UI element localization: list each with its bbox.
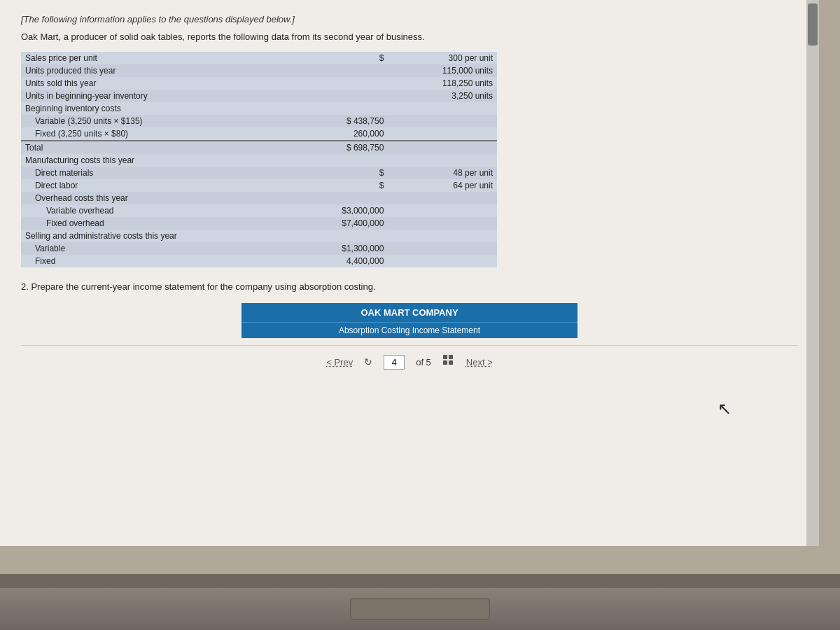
- company-name-header: OAK MART COMPANY: [241, 303, 578, 322]
- row-label-total: Total: [21, 141, 279, 154]
- row-value: $7,400,000: [279, 217, 388, 230]
- row-value: [279, 192, 388, 204]
- row-value2: 48 per unit: [388, 167, 497, 179]
- data-table: Sales price per unit $ 300 per unit Unit…: [21, 52, 497, 267]
- row-label: Units in beginning-year inventory: [21, 90, 279, 102]
- prepare-question: 2. Prepare the current-year income state…: [21, 281, 798, 292]
- row-value: $: [279, 167, 388, 179]
- next-label: Next >: [466, 357, 493, 368]
- laptop-hinge: [0, 574, 840, 588]
- row-value: 4,400,000: [279, 255, 388, 267]
- row-value2: [388, 255, 497, 267]
- row-value2: 300 per unit: [388, 52, 497, 64]
- row-value2: 118,250 units: [388, 77, 497, 90]
- row-label: Direct materials: [21, 167, 279, 179]
- statement-title-header: Absorption Costing Income Statement: [241, 322, 578, 338]
- table-row: Manufacturing costs this year: [21, 154, 497, 167]
- prev-button[interactable]: < Prev: [326, 357, 353, 368]
- income-statement-container: OAK MART COMPANY Absorption Costing Inco…: [241, 303, 578, 338]
- table-row: Sales price per unit $ 300 per unit: [21, 52, 497, 64]
- row-label: Overhead costs this year: [21, 192, 279, 204]
- table-row: Units sold this year 118,250 units: [21, 77, 497, 90]
- row-value: [279, 77, 388, 90]
- refresh-icon[interactable]: ↻: [364, 356, 372, 368]
- row-value2: [388, 230, 497, 242]
- table-row: Variable $1,300,000: [21, 242, 497, 255]
- row-value2: 64 per unit: [388, 179, 497, 192]
- row-value2: 3,250 units: [388, 90, 497, 102]
- row-value2: [388, 242, 497, 255]
- table-row: Beginning inventory costs: [21, 102, 497, 115]
- row-value: 260,000: [279, 127, 388, 141]
- row-label: Sales price per unit: [21, 52, 279, 64]
- row-value-total: $ 698,750: [279, 141, 388, 154]
- row-value2: [388, 154, 497, 167]
- page-number-input[interactable]: [384, 355, 405, 370]
- table-row: Variable (3,250 units × $135) $ 438,750: [21, 115, 497, 127]
- row-value: $: [279, 52, 388, 64]
- row-label: Direct labor: [21, 179, 279, 192]
- content-area: [The following information applies to th…: [0, 0, 819, 546]
- row-value: $: [279, 179, 388, 192]
- row-value: [279, 230, 388, 242]
- description-text: Oak Mart, a producer of solid oak tables…: [21, 31, 798, 42]
- row-label: Variable: [21, 242, 279, 255]
- row-value: [279, 64, 388, 77]
- row-value: $1,300,000: [279, 242, 388, 255]
- row-label: Units sold this year: [21, 77, 279, 90]
- table-row: Selling and administrative costs this ye…: [21, 230, 497, 242]
- row-label: Manufacturing costs this year: [21, 154, 279, 167]
- table-row: Direct materials $ 48 per unit: [21, 167, 497, 179]
- grid-view-icon[interactable]: [442, 354, 455, 370]
- row-value2: [388, 217, 497, 230]
- table-row: Fixed overhead $7,400,000: [21, 217, 497, 230]
- row-label: Variable (3,250 units × $135): [21, 115, 279, 127]
- row-value2: [388, 115, 497, 127]
- navigation-bar: < Prev ↻ of 5 Next >: [21, 345, 798, 378]
- next-button[interactable]: Next >: [466, 357, 493, 368]
- intro-bracket-text: [The following information applies to th…: [21, 14, 798, 24]
- row-value2: 115,000 units: [388, 64, 497, 77]
- data-table-wrapper: Sales price per unit $ 300 per unit Unit…: [21, 52, 497, 267]
- row-value2: [388, 127, 497, 141]
- scrollbar[interactable]: [806, 0, 819, 546]
- row-value: [279, 102, 388, 115]
- row-value2-total: [388, 141, 497, 154]
- table-row: Fixed 4,400,000: [21, 255, 497, 267]
- table-row: Overhead costs this year: [21, 192, 497, 204]
- table-row: Units in beginning-year inventory 3,250 …: [21, 90, 497, 102]
- row-value2: [388, 204, 497, 217]
- prepare-section: 2. Prepare the current-year income state…: [21, 281, 798, 378]
- row-value: $3,000,000: [279, 204, 388, 217]
- row-value: [279, 154, 388, 167]
- row-label: Fixed overhead: [21, 217, 279, 230]
- page-total-label: of 5: [416, 357, 431, 368]
- svg-rect-1: [449, 355, 453, 359]
- row-label: Selling and administrative costs this ye…: [21, 230, 279, 242]
- svg-rect-0: [443, 355, 447, 359]
- laptop-base: [0, 588, 840, 630]
- row-value: [279, 90, 388, 102]
- row-value2: [388, 102, 497, 115]
- row-label: Fixed (3,250 units × $80): [21, 127, 279, 141]
- row-label: Variable overhead: [21, 204, 279, 217]
- svg-rect-3: [449, 360, 453, 365]
- table-row-total: Total $ 698,750: [21, 141, 497, 154]
- prev-label: < Prev: [326, 357, 353, 368]
- row-label: Beginning inventory costs: [21, 102, 279, 115]
- svg-rect-2: [443, 360, 447, 365]
- row-value: $ 438,750: [279, 115, 388, 127]
- table-row: Fixed (3,250 units × $80) 260,000: [21, 127, 497, 141]
- scrollbar-thumb[interactable]: [808, 4, 818, 46]
- table-row: Direct labor $ 64 per unit: [21, 179, 497, 192]
- row-label: Fixed: [21, 255, 279, 267]
- row-label: Units produced this year: [21, 64, 279, 77]
- row-value2: [388, 192, 497, 204]
- laptop-screen: [The following information applies to th…: [0, 0, 819, 546]
- table-row: Variable overhead $3,000,000: [21, 204, 497, 217]
- touchpad[interactable]: [350, 598, 490, 620]
- table-row: Units produced this year 115,000 units: [21, 64, 497, 77]
